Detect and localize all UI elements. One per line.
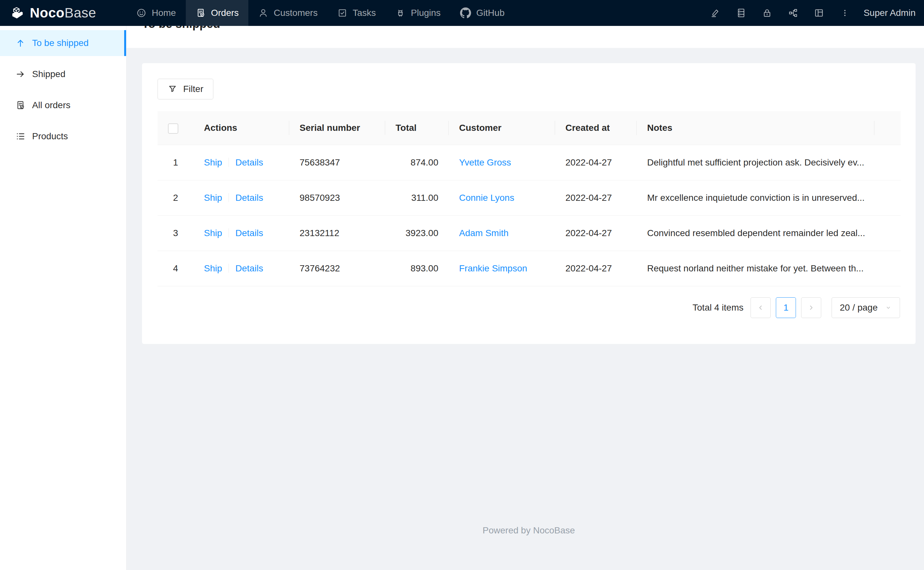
app-logo[interactable]: NocoBase [0,0,126,26]
cell-customer: Connie Lyons [449,181,555,216]
pagination-total: Total 4 items [692,302,743,313]
cell-spacer [875,181,901,216]
chevron-right-icon [807,304,815,311]
kebab-menu-icon [840,8,850,18]
more-menu-button[interactable] [832,0,858,26]
cell-serial: 75638347 [289,145,385,181]
arrow-right-icon [15,69,26,79]
nav-item-customers[interactable]: Customers [248,0,327,26]
details-link[interactable]: Details [235,263,263,273]
github-icon [460,8,471,18]
select-all-header [158,111,194,145]
access-control-button[interactable] [754,0,780,26]
layout-button[interactable] [806,0,832,26]
ship-link[interactable]: Ship [204,263,222,273]
column-header-actions: Actions [194,111,289,145]
table-header-row: Actions Serial number Total Customer Cre… [158,111,901,145]
row-index: 3 [158,216,194,251]
details-link[interactable]: Details [235,228,263,238]
cell-spacer [875,145,901,181]
cell-total: 3923.00 [385,216,449,251]
next-page-button[interactable] [801,297,821,318]
ship-link[interactable]: Ship [204,158,222,167]
cell-created-at: 2022-04-27 [555,145,637,181]
sidebar-item-to-be-shipped[interactable]: To be shipped [0,30,126,56]
cell-created-at: 2022-04-27 [555,251,637,286]
nav-item-label: Orders [211,8,239,18]
ui-editor-button[interactable] [702,0,728,26]
cell-created-at: 2022-04-27 [555,181,637,216]
select-all-checkbox[interactable] [168,123,178,134]
page-1-button[interactable]: 1 [776,297,796,318]
cell-customer: Yvette Gross [449,145,555,181]
top-navigation: NocoBase Home [0,0,924,26]
row-actions: ShipDetails [194,145,289,181]
row-index: 4 [158,251,194,286]
funnel-icon [168,84,177,94]
details-link[interactable]: Details [235,193,263,203]
customer-link[interactable]: Yvette Gross [459,158,511,167]
nav-item-label: GitHub [476,8,504,18]
nav-right-actions: Super Admin [702,0,924,26]
nav-item-tasks[interactable]: Tasks [327,0,386,26]
collections-button[interactable] [728,0,754,26]
order-document-icon [195,8,206,18]
layout-icon [814,8,824,18]
nav-item-orders[interactable]: Orders [186,0,249,26]
page-size-select[interactable]: 20 / page [832,297,900,318]
check-square-icon [337,8,347,18]
nav-item-plugins[interactable]: Plugins [386,0,450,26]
cell-customer: Frankie Simpson [449,251,555,286]
current-user[interactable]: Super Admin [858,8,916,18]
nav-item-github[interactable]: GitHub [450,0,514,26]
cell-total: 874.00 [385,145,449,181]
customer-link[interactable]: Frankie Simpson [459,263,527,273]
row-actions: ShipDetails [194,216,289,251]
smiley-icon [136,8,146,18]
database-icon [736,8,746,18]
chevron-left-icon [757,304,764,311]
filter-button[interactable]: Filter [158,79,213,100]
cell-notes: Request norland neither mistake for yet.… [637,251,875,286]
page-size-value: 20 / page [840,302,878,313]
sidebar-item-shipped[interactable]: Shipped [0,61,126,87]
nav-item-label: Home [152,8,176,18]
column-header-spacer [875,111,901,145]
order-document-icon [15,100,26,110]
column-header-total: Total [385,111,449,145]
prev-page-button[interactable] [750,297,771,318]
orders-card: Filter Actions Serial number Total Custo… [142,63,916,344]
cell-created-at: 2022-04-27 [555,216,637,251]
cell-spacer [875,216,901,251]
nav-item-home[interactable]: Home [126,0,186,26]
sidebar-item-products[interactable]: Products [0,123,126,149]
row-index: 2 [158,181,194,216]
nav-item-label: Plugins [411,8,441,18]
sidebar-item-all-orders[interactable]: All orders [0,92,126,118]
brand-name: NocoBase [30,5,96,21]
table-row: 4 ShipDetails 73764232 893.00 Frankie Si… [158,251,901,286]
action-divider [229,158,229,167]
ship-link[interactable]: Ship [204,193,222,203]
customer-link[interactable]: Adam Smith [459,228,509,238]
user-icon [258,8,268,18]
cell-notes: Delightful met sufficient projection ask… [637,145,875,181]
table-row: 3 ShipDetails 23132112 3923.00 Adam Smit… [158,216,901,251]
powered-by-footer: Powered by NocoBase [142,524,916,537]
column-header-notes: Notes [637,111,875,145]
sidebar-item-label: Shipped [32,69,66,79]
ship-link[interactable]: Ship [204,228,222,238]
main-menu: Home Orders Customers [126,0,514,26]
cell-total: 311.00 [385,181,449,216]
customer-link[interactable]: Connie Lyons [459,193,514,203]
row-actions: ShipDetails [194,181,289,216]
table-row: 2 ShipDetails 98570923 311.00 Connie Lyo… [158,181,901,216]
cell-spacer [875,251,901,286]
column-header-created: Created at [555,111,637,145]
sidebar-item-label: Products [32,131,68,141]
android-robot-icon [395,8,406,18]
unordered-list-icon [15,131,26,141]
cell-serial: 23132112 [289,216,385,251]
details-link[interactable]: Details [235,158,263,167]
workflow-button[interactable] [780,0,806,26]
